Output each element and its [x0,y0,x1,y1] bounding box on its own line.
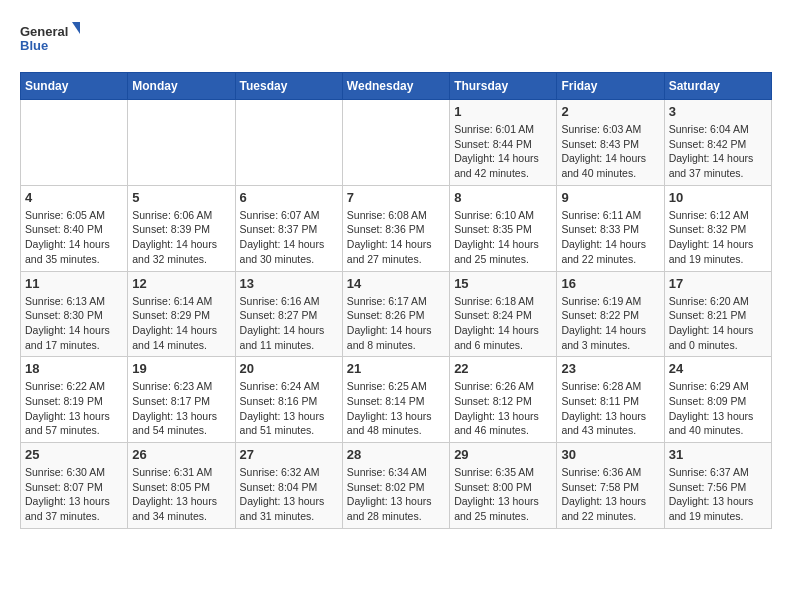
calendar-cell: 20Sunrise: 6:24 AM Sunset: 8:16 PM Dayli… [235,357,342,443]
calendar-cell: 16Sunrise: 6:19 AM Sunset: 8:22 PM Dayli… [557,271,664,357]
day-info: Sunrise: 6:24 AM Sunset: 8:16 PM Dayligh… [240,379,338,438]
day-info: Sunrise: 6:23 AM Sunset: 8:17 PM Dayligh… [132,379,230,438]
calendar-cell: 29Sunrise: 6:35 AM Sunset: 8:00 PM Dayli… [450,443,557,529]
day-number: 26 [132,447,230,462]
day-info: Sunrise: 6:37 AM Sunset: 7:56 PM Dayligh… [669,465,767,524]
logo-svg: General Blue [20,20,80,62]
day-info: Sunrise: 6:01 AM Sunset: 8:44 PM Dayligh… [454,122,552,181]
day-info: Sunrise: 6:06 AM Sunset: 8:39 PM Dayligh… [132,208,230,267]
weekday-header: Sunday [21,73,128,100]
day-info: Sunrise: 6:10 AM Sunset: 8:35 PM Dayligh… [454,208,552,267]
weekday-header: Tuesday [235,73,342,100]
day-number: 11 [25,276,123,291]
day-number: 21 [347,361,445,376]
logo: General Blue [20,20,80,62]
weekday-header: Wednesday [342,73,449,100]
day-info: Sunrise: 6:35 AM Sunset: 8:00 PM Dayligh… [454,465,552,524]
day-info: Sunrise: 6:11 AM Sunset: 8:33 PM Dayligh… [561,208,659,267]
weekday-header: Friday [557,73,664,100]
calendar-cell: 13Sunrise: 6:16 AM Sunset: 8:27 PM Dayli… [235,271,342,357]
day-number: 8 [454,190,552,205]
calendar-cell: 11Sunrise: 6:13 AM Sunset: 8:30 PM Dayli… [21,271,128,357]
calendar-cell: 8Sunrise: 6:10 AM Sunset: 8:35 PM Daylig… [450,185,557,271]
day-number: 25 [25,447,123,462]
day-number: 18 [25,361,123,376]
day-info: Sunrise: 6:13 AM Sunset: 8:30 PM Dayligh… [25,294,123,353]
day-info: Sunrise: 6:30 AM Sunset: 8:07 PM Dayligh… [25,465,123,524]
day-info: Sunrise: 6:20 AM Sunset: 8:21 PM Dayligh… [669,294,767,353]
day-number: 30 [561,447,659,462]
day-number: 27 [240,447,338,462]
day-info: Sunrise: 6:05 AM Sunset: 8:40 PM Dayligh… [25,208,123,267]
day-number: 22 [454,361,552,376]
day-info: Sunrise: 6:18 AM Sunset: 8:24 PM Dayligh… [454,294,552,353]
calendar-cell [21,100,128,186]
day-number: 31 [669,447,767,462]
day-info: Sunrise: 6:12 AM Sunset: 8:32 PM Dayligh… [669,208,767,267]
weekday-header: Thursday [450,73,557,100]
day-number: 5 [132,190,230,205]
weekday-header: Monday [128,73,235,100]
day-number: 2 [561,104,659,119]
calendar-cell: 6Sunrise: 6:07 AM Sunset: 8:37 PM Daylig… [235,185,342,271]
calendar-cell: 2Sunrise: 6:03 AM Sunset: 8:43 PM Daylig… [557,100,664,186]
day-info: Sunrise: 6:16 AM Sunset: 8:27 PM Dayligh… [240,294,338,353]
day-info: Sunrise: 6:17 AM Sunset: 8:26 PM Dayligh… [347,294,445,353]
day-info: Sunrise: 6:31 AM Sunset: 8:05 PM Dayligh… [132,465,230,524]
calendar-week-row: 25Sunrise: 6:30 AM Sunset: 8:07 PM Dayli… [21,443,772,529]
day-info: Sunrise: 6:14 AM Sunset: 8:29 PM Dayligh… [132,294,230,353]
calendar-cell: 10Sunrise: 6:12 AM Sunset: 8:32 PM Dayli… [664,185,771,271]
day-number: 29 [454,447,552,462]
svg-marker-2 [72,22,80,34]
day-info: Sunrise: 6:26 AM Sunset: 8:12 PM Dayligh… [454,379,552,438]
day-number: 28 [347,447,445,462]
day-number: 19 [132,361,230,376]
day-number: 6 [240,190,338,205]
day-info: Sunrise: 6:07 AM Sunset: 8:37 PM Dayligh… [240,208,338,267]
calendar-cell [235,100,342,186]
calendar-cell: 7Sunrise: 6:08 AM Sunset: 8:36 PM Daylig… [342,185,449,271]
day-number: 10 [669,190,767,205]
day-info: Sunrise: 6:32 AM Sunset: 8:04 PM Dayligh… [240,465,338,524]
calendar-cell: 21Sunrise: 6:25 AM Sunset: 8:14 PM Dayli… [342,357,449,443]
calendar-cell: 27Sunrise: 6:32 AM Sunset: 8:04 PM Dayli… [235,443,342,529]
day-number: 23 [561,361,659,376]
calendar-cell: 31Sunrise: 6:37 AM Sunset: 7:56 PM Dayli… [664,443,771,529]
day-number: 24 [669,361,767,376]
day-info: Sunrise: 6:36 AM Sunset: 7:58 PM Dayligh… [561,465,659,524]
day-number: 13 [240,276,338,291]
calendar-cell: 30Sunrise: 6:36 AM Sunset: 7:58 PM Dayli… [557,443,664,529]
day-info: Sunrise: 6:34 AM Sunset: 8:02 PM Dayligh… [347,465,445,524]
calendar-week-row: 11Sunrise: 6:13 AM Sunset: 8:30 PM Dayli… [21,271,772,357]
day-info: Sunrise: 6:29 AM Sunset: 8:09 PM Dayligh… [669,379,767,438]
calendar-week-row: 1Sunrise: 6:01 AM Sunset: 8:44 PM Daylig… [21,100,772,186]
day-number: 20 [240,361,338,376]
calendar-table: SundayMondayTuesdayWednesdayThursdayFrid… [20,72,772,529]
day-info: Sunrise: 6:19 AM Sunset: 8:22 PM Dayligh… [561,294,659,353]
calendar-week-row: 4Sunrise: 6:05 AM Sunset: 8:40 PM Daylig… [21,185,772,271]
day-number: 9 [561,190,659,205]
calendar-cell: 1Sunrise: 6:01 AM Sunset: 8:44 PM Daylig… [450,100,557,186]
day-info: Sunrise: 6:03 AM Sunset: 8:43 PM Dayligh… [561,122,659,181]
calendar-cell: 19Sunrise: 6:23 AM Sunset: 8:17 PM Dayli… [128,357,235,443]
day-number: 3 [669,104,767,119]
calendar-cell: 12Sunrise: 6:14 AM Sunset: 8:29 PM Dayli… [128,271,235,357]
calendar-cell: 28Sunrise: 6:34 AM Sunset: 8:02 PM Dayli… [342,443,449,529]
calendar-cell: 25Sunrise: 6:30 AM Sunset: 8:07 PM Dayli… [21,443,128,529]
calendar-cell: 3Sunrise: 6:04 AM Sunset: 8:42 PM Daylig… [664,100,771,186]
day-number: 15 [454,276,552,291]
day-number: 1 [454,104,552,119]
weekday-header: Saturday [664,73,771,100]
day-info: Sunrise: 6:08 AM Sunset: 8:36 PM Dayligh… [347,208,445,267]
calendar-cell: 24Sunrise: 6:29 AM Sunset: 8:09 PM Dayli… [664,357,771,443]
calendar-week-row: 18Sunrise: 6:22 AM Sunset: 8:19 PM Dayli… [21,357,772,443]
day-number: 17 [669,276,767,291]
calendar-cell: 5Sunrise: 6:06 AM Sunset: 8:39 PM Daylig… [128,185,235,271]
day-info: Sunrise: 6:04 AM Sunset: 8:42 PM Dayligh… [669,122,767,181]
calendar-cell: 18Sunrise: 6:22 AM Sunset: 8:19 PM Dayli… [21,357,128,443]
weekday-header-row: SundayMondayTuesdayWednesdayThursdayFrid… [21,73,772,100]
calendar-cell: 17Sunrise: 6:20 AM Sunset: 8:21 PM Dayli… [664,271,771,357]
day-number: 12 [132,276,230,291]
calendar-cell: 26Sunrise: 6:31 AM Sunset: 8:05 PM Dayli… [128,443,235,529]
calendar-cell [128,100,235,186]
